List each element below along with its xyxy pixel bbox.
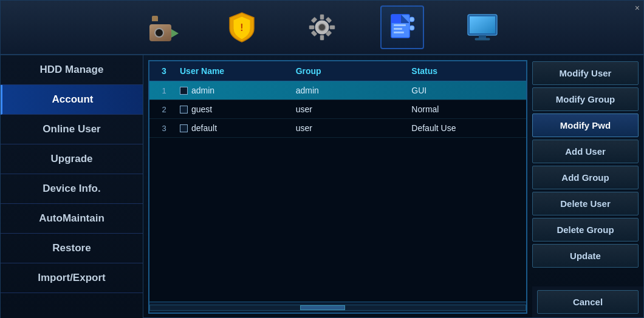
update-button[interactable]: Update (532, 244, 639, 268)
user-table: 3 User Name Group Status 1 admin admin G… (148, 60, 527, 314)
add-group-button[interactable]: Add Group (532, 166, 639, 189)
cell-name-1: admin (176, 84, 292, 96)
table-scrollbar[interactable] (149, 302, 526, 313)
svg-rect-3 (320, 15, 324, 19)
nav-monitor[interactable] (461, 5, 504, 49)
svg-point-12 (319, 24, 325, 30)
content-area: 3 User Name Group Status 1 admin admin G… (143, 55, 643, 318)
cell-num-3: 3 (152, 122, 176, 134)
svg-point-18 (409, 17, 414, 22)
scrollbar-thumb[interactable] (300, 305, 345, 310)
close-button[interactable]: × (635, 3, 640, 13)
svg-rect-6 (330, 25, 335, 29)
checkbox-1[interactable] (180, 87, 188, 95)
delete-user-button[interactable]: Delete User (532, 192, 639, 215)
cell-status-3: Default Use (408, 122, 524, 134)
button-panel: Modify User Modify Group Modify Pwd Add … (532, 60, 639, 314)
svg-rect-14 (391, 15, 401, 23)
table-row[interactable]: 1 admin admin GUI (149, 81, 526, 100)
svg-rect-17 (394, 32, 404, 33)
svg-rect-25 (475, 38, 490, 40)
sidebar-item-device-info[interactable]: Device Info. (1, 174, 143, 204)
table-body: 1 admin admin GUI 2 guest (149, 81, 526, 302)
sidebar-item-hdd-manage[interactable]: HDD Manage (1, 55, 143, 85)
sidebar-item-restore[interactable]: Restore (1, 234, 143, 263)
modify-pwd-button[interactable]: Modify Pwd (532, 113, 639, 137)
svg-rect-23 (470, 16, 495, 33)
add-user-button[interactable]: Add User (532, 140, 639, 163)
checkbox-3[interactable] (180, 124, 188, 132)
top-nav: ! (1, 1, 643, 55)
svg-rect-4 (320, 35, 324, 40)
svg-text:!: ! (240, 22, 243, 33)
nav-shield[interactable]: ! (220, 5, 264, 49)
checkbox-2[interactable] (180, 106, 188, 113)
sidebar-item-upgrade[interactable]: Upgrade (1, 144, 143, 174)
svg-rect-15 (394, 24, 406, 26)
cell-name-3: default (176, 122, 292, 134)
bottom-bar: Cancel (532, 286, 643, 317)
col-status: Status (408, 65, 524, 77)
svg-rect-5 (309, 25, 314, 29)
delete-group-button[interactable]: Delete Group (532, 218, 639, 242)
main-layout: HDD Manage Account Online User Upgrade D… (1, 55, 643, 318)
svg-rect-9 (311, 30, 317, 36)
sidebar: HDD Manage Account Online User Upgrade D… (1, 55, 143, 318)
cancel-button[interactable]: Cancel (537, 290, 639, 314)
cell-group-3: user (292, 122, 408, 134)
cell-num-1: 1 (152, 84, 176, 96)
table-row[interactable]: 2 guest user Normal (149, 100, 526, 119)
cell-num-2: 2 (152, 103, 176, 115)
nav-gear[interactable] (300, 5, 344, 49)
nav-network[interactable] (380, 5, 424, 49)
cell-status-1: GUI (408, 84, 524, 96)
nav-camera[interactable] (140, 5, 183, 49)
main-window: × ! (0, 0, 644, 318)
svg-rect-7 (311, 17, 317, 23)
sidebar-item-automaintain[interactable]: AutoMaintain (1, 204, 143, 234)
table-row[interactable]: 3 default user Default Use (149, 119, 526, 138)
modify-group-button[interactable]: Modify Group (532, 87, 639, 111)
sidebar-item-account[interactable]: Account (1, 85, 143, 115)
cell-group-1: admin (292, 84, 408, 96)
sidebar-item-online-user[interactable]: Online User (1, 115, 143, 144)
col-group: Group (292, 65, 408, 77)
modify-user-button[interactable]: Modify User (532, 61, 639, 85)
col-num: 3 (152, 65, 176, 77)
col-username: User Name (176, 65, 292, 77)
cell-status-2: Normal (408, 103, 524, 115)
svg-point-19 (409, 25, 414, 30)
svg-rect-16 (394, 28, 402, 30)
sidebar-item-import-export[interactable]: Import/Export (1, 263, 143, 293)
cell-name-2: guest (176, 103, 292, 115)
table-header: 3 User Name Group Status (149, 61, 526, 81)
cell-group-2: user (292, 103, 408, 115)
scrollbar-track (149, 305, 526, 311)
